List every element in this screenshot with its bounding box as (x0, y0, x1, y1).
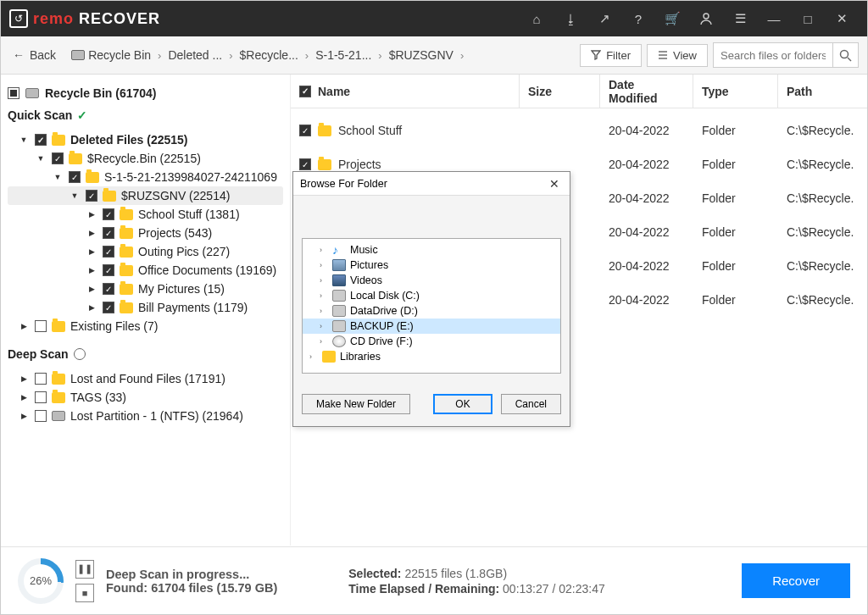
menu-icon[interactable]: ☰ (723, 1, 757, 36)
dialog-tree-item[interactable]: ›BACKUP (E:) (303, 319, 560, 334)
table-row[interactable]: ✓School Stuff20-04-2022FolderC:\$Recycle… (291, 114, 867, 147)
ok-button[interactable]: OK (433, 394, 492, 414)
tree-item[interactable]: ✓S-1-5-21-2139984027-24211069 (8, 168, 283, 186)
checkbox-icon[interactable]: ✓ (299, 125, 311, 136)
tree-item[interactable]: ✓Projects (543) (8, 224, 283, 242)
checkbox-icon[interactable]: ✓ (103, 302, 114, 313)
dialog-tree-item[interactable]: ›Videos (303, 273, 560, 288)
col-type[interactable]: Type (693, 75, 778, 108)
dialog-titlebar[interactable]: Browse For Folder ✕ (293, 172, 570, 196)
expand-icon[interactable]: › (320, 322, 328, 330)
checkbox-icon[interactable]: ✓ (103, 246, 114, 258)
maximize-icon[interactable]: □ (791, 1, 825, 36)
expand-icon[interactable] (86, 303, 97, 312)
dialog-close-button[interactable]: ✕ (546, 175, 563, 192)
checkbox-icon[interactable]: ✓ (299, 158, 311, 170)
tree-item[interactable]: ✓Bill Payments (1179) (8, 298, 283, 317)
stop-button[interactable]: ■ (75, 584, 94, 602)
search-input[interactable] (714, 49, 832, 62)
user-icon[interactable] (689, 1, 723, 36)
make-new-folder-button[interactable]: Make New Folder (302, 394, 410, 414)
expand-icon[interactable] (86, 210, 97, 219)
dialog-tree-item[interactable]: ›DataDrive (D:) (303, 303, 560, 319)
expand-icon[interactable] (86, 285, 97, 293)
breadcrumb-item[interactable]: Deleted ... (168, 48, 222, 62)
breadcrumb-item[interactable]: $Recycle... (240, 48, 298, 62)
dialog-tree-item[interactable]: ›Pictures (303, 258, 560, 273)
expand-icon[interactable] (18, 136, 30, 144)
checkbox-icon[interactable]: ✓ (103, 264, 114, 276)
checkbox-icon[interactable]: ✓ (299, 86, 311, 97)
tree-item[interactable]: ✓Office Documents (19169) (8, 261, 283, 280)
expand-icon[interactable]: › (309, 352, 318, 361)
dialog-tree-item[interactable]: ›Libraries (303, 349, 560, 364)
checkbox-icon[interactable] (35, 373, 47, 385)
tree-item[interactable]: Existing Files (7) (8, 317, 283, 335)
expand-icon[interactable]: › (320, 276, 328, 285)
home-icon[interactable]: ⌂ (520, 1, 554, 36)
filter-button[interactable]: Filter (580, 44, 642, 67)
expand-icon[interactable] (35, 154, 47, 163)
checkbox-icon[interactable] (35, 410, 47, 422)
col-name[interactable]: ✓ Name (291, 75, 520, 108)
checkbox-icon[interactable] (8, 87, 19, 99)
checkbox-icon[interactable] (35, 391, 47, 403)
col-size[interactable]: Size (520, 75, 600, 108)
dialog-tree-item[interactable]: ›♪Music (303, 242, 560, 258)
expand-icon[interactable] (69, 191, 81, 200)
expand-icon[interactable] (18, 374, 30, 383)
tree-root[interactable]: Recycle Bin (61704) (8, 86, 283, 100)
minimize-icon[interactable]: — (757, 1, 791, 36)
checkbox-icon[interactable]: ✓ (35, 134, 47, 146)
breadcrumb-item[interactable]: Recycle Bin (71, 48, 151, 62)
checkbox-icon[interactable]: ✓ (69, 171, 81, 183)
search-button[interactable] (832, 42, 858, 68)
dialog-folder-tree[interactable]: ›♪Music›Pictures›Videos›Local Disk (C:)›… (302, 238, 561, 374)
tree-item[interactable]: ✓$RUZSGNV (22514) (8, 186, 283, 205)
dialog-tree-item[interactable]: ›Local Disk (C:) (303, 288, 560, 303)
chevron-right-icon: › (225, 49, 236, 62)
cancel-button[interactable]: Cancel (501, 394, 561, 414)
tree-item[interactable]: ✓Outing Pics (227) (8, 242, 283, 261)
expand-icon[interactable]: › (320, 337, 328, 346)
close-icon[interactable]: ✕ (825, 1, 859, 36)
tree-item[interactable]: ✓Deleted Files (22515) (8, 130, 283, 149)
expand-icon[interactable]: › (320, 246, 328, 254)
expand-icon[interactable] (18, 393, 30, 402)
tree-item[interactable]: Lost and Found Files (17191) (8, 369, 283, 388)
tree-item[interactable]: ✓$Recycle.Bin (22515) (8, 149, 283, 168)
help-icon[interactable]: ? (621, 1, 655, 36)
tree-item[interactable]: TAGS (33) (8, 388, 283, 407)
checkbox-icon[interactable] (35, 320, 47, 332)
col-date[interactable]: Date Modified (600, 75, 693, 108)
expand-icon[interactable]: › (320, 291, 328, 300)
view-button[interactable]: View (647, 44, 708, 67)
download-icon[interactable]: ⭳ (554, 1, 587, 36)
tree-item[interactable]: Lost Partition - 1 (NTFS) (21964) (8, 407, 283, 425)
checkbox-icon[interactable]: ✓ (103, 208, 114, 220)
expand-icon[interactable] (18, 412, 30, 420)
tree-item[interactable]: ✓School Stuff (1381) (8, 205, 283, 224)
checkbox-icon[interactable]: ✓ (103, 283, 114, 295)
checkbox-icon[interactable]: ✓ (86, 190, 97, 202)
expand-icon[interactable] (86, 229, 97, 237)
expand-icon[interactable] (86, 266, 97, 274)
expand-icon[interactable]: › (320, 261, 328, 269)
expand-icon[interactable]: › (320, 307, 328, 315)
expand-icon[interactable] (18, 322, 30, 330)
expand-icon[interactable] (52, 173, 64, 181)
breadcrumb-item[interactable]: S-1-5-21... (315, 48, 371, 62)
export-icon[interactable]: ↗ (587, 1, 621, 36)
expand-icon[interactable] (86, 247, 97, 256)
back-button[interactable]: ← Back (9, 45, 59, 65)
col-path[interactable]: Path (778, 75, 867, 108)
checkbox-icon[interactable]: ✓ (52, 152, 64, 164)
breadcrumb-item[interactable]: $RUZSGNV (389, 48, 453, 62)
tree-item[interactable]: ✓My Pictures (15) (8, 280, 283, 298)
item-label: DataDrive (D:) (350, 305, 418, 317)
checkbox-icon[interactable]: ✓ (103, 227, 114, 239)
dialog-tree-item[interactable]: ›CD Drive (F:) (303, 334, 560, 349)
cart-icon[interactable]: 🛒 (655, 1, 689, 36)
pause-button[interactable]: ❚❚ (75, 560, 94, 579)
recover-button[interactable]: Recover (742, 563, 850, 598)
